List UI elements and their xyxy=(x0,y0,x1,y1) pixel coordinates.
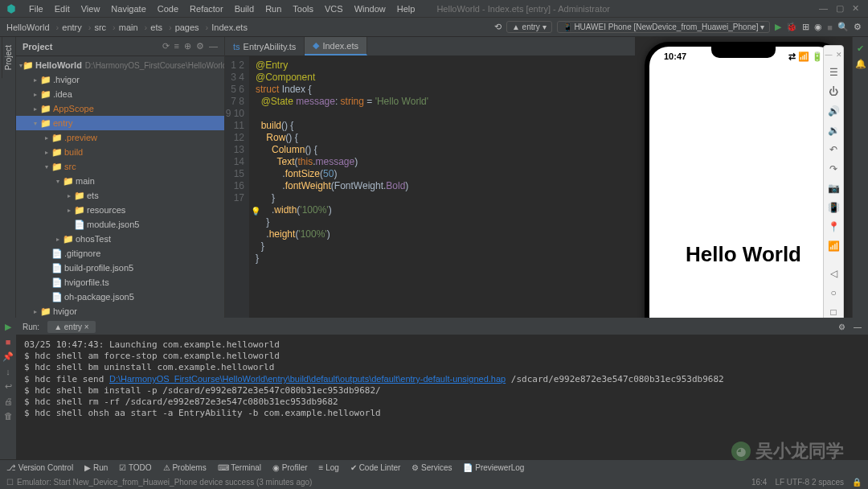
window-minimize[interactable]: — xyxy=(819,3,828,14)
btm-profiler[interactable]: ◉ Profiler xyxy=(272,463,307,472)
run-settings-icon[interactable]: ⚙ xyxy=(838,323,845,331)
btm-previewer-log[interactable]: 📄 PreviewerLog xyxy=(463,463,524,472)
run-print-icon[interactable]: 🖨 xyxy=(4,397,13,406)
tab-entryability[interactable]: tsEntryAbility.ts xyxy=(225,37,305,55)
tree-item[interactable]: ▾📁src xyxy=(16,159,224,174)
menu-edit[interactable]: Edit xyxy=(49,4,76,14)
crumb-3[interactable]: main xyxy=(119,23,138,32)
btm-terminal[interactable]: ⌨ Terminal xyxy=(218,463,261,472)
run-pin-icon[interactable]: 📌 xyxy=(2,351,14,362)
search-button[interactable]: 🔍 xyxy=(837,22,849,32)
status-lock-icon[interactable]: 🔒 xyxy=(852,478,862,487)
menu-view[interactable]: View xyxy=(76,4,106,14)
debug-button[interactable]: 🐞 xyxy=(786,22,797,32)
tree-item[interactable]: ▾📁entry xyxy=(16,116,224,130)
run-config-tab[interactable]: ▲ entry × xyxy=(47,321,96,333)
emu-network-icon[interactable]: 📶 xyxy=(828,240,840,252)
emu-voldown-icon[interactable]: 🔉 xyxy=(828,125,840,136)
btm-todo[interactable]: ☑ TODO xyxy=(119,463,151,472)
tree-item[interactable]: 📄.gitignore xyxy=(16,246,224,261)
settings-button[interactable]: ⚙ xyxy=(854,22,862,32)
menu-run[interactable]: Run xyxy=(260,4,287,14)
run-rerun-icon[interactable]: ▶ xyxy=(5,322,11,332)
tree-item[interactable]: 📄oh-package.json5 xyxy=(16,290,224,304)
sync-icon[interactable]: ⟲ xyxy=(494,22,502,32)
tree-item[interactable]: 📄module.json5 xyxy=(16,217,224,232)
tree-item[interactable]: ▸📁hvigor xyxy=(16,304,224,318)
menu-build[interactable]: Build xyxy=(229,4,260,14)
intention-bulb-icon[interactable]: 💡 xyxy=(251,207,260,216)
run-wrap-icon[interactable]: ↩ xyxy=(5,381,12,392)
tree-item[interactable]: 📄build-profile.json5 xyxy=(16,261,224,275)
stop-button[interactable]: ■ xyxy=(827,23,833,32)
crumb-5[interactable]: pages xyxy=(175,23,199,32)
menu-window[interactable]: Window xyxy=(349,4,391,14)
rightrail-check-icon[interactable]: ✔ xyxy=(857,43,864,54)
menu-vcs[interactable]: VCS xyxy=(319,4,349,14)
crumb-4[interactable]: ets xyxy=(150,23,162,32)
device-selector[interactable]: 📱 HUAWEI Phone [NewDevice_from_Huawei_Ph… xyxy=(557,21,771,33)
tree-item[interactable]: ▸📁ets xyxy=(16,188,224,203)
emu-shake-icon[interactable]: 📳 xyxy=(828,202,840,213)
project-refresh-icon[interactable]: ⟳ xyxy=(162,41,170,51)
emu-power-icon[interactable]: ⏻ xyxy=(829,86,838,97)
btm-services[interactable]: ⚙ Services xyxy=(411,463,452,472)
leftrail-project-tab[interactable]: Project xyxy=(2,37,14,78)
emu-menu-icon[interactable]: ☰ xyxy=(829,67,838,78)
btm-code-linter[interactable]: ✔ Code Linter xyxy=(350,463,400,472)
tree-item[interactable]: ▸📁ohosTest xyxy=(16,232,224,246)
emu-location-icon[interactable]: 📍 xyxy=(828,221,840,232)
emu-close-icon[interactable]: ✕ xyxy=(836,51,842,59)
btm-version-control[interactable]: ⎇ Version Control xyxy=(6,463,73,472)
status-enc[interactable]: LF UTF-8 2 spaces xyxy=(775,478,844,487)
crumb-2[interactable]: src xyxy=(94,23,106,32)
tree-item[interactable]: ▸📁build xyxy=(16,145,224,159)
tree-root[interactable]: HelloWorld xyxy=(35,60,82,70)
menu-help[interactable]: Help xyxy=(391,4,421,14)
run-config-selector[interactable]: ▲ entry ▾ xyxy=(506,21,552,33)
menu-code[interactable]: Code xyxy=(152,4,184,14)
tree-item[interactable]: ▸📁.hvigor xyxy=(16,72,224,87)
status-pos[interactable]: 16:4 xyxy=(751,478,767,487)
tree-item[interactable]: ▸📁resources xyxy=(16,203,224,217)
btm-run[interactable]: ▶ Run xyxy=(84,463,108,472)
run-down-icon[interactable]: ↓ xyxy=(6,367,10,376)
tree-item[interactable]: ▸📁AppScope xyxy=(16,101,224,116)
btm-log[interactable]: ≡ Log xyxy=(319,463,339,472)
emu-recent-icon[interactable]: □ xyxy=(830,306,836,318)
menu-file[interactable]: File xyxy=(23,4,49,14)
tree-item[interactable]: ▾📁main xyxy=(16,174,224,188)
window-maximize[interactable]: ▢ xyxy=(836,3,844,14)
emu-volup-icon[interactable]: 🔊 xyxy=(828,105,840,117)
emu-back-icon[interactable]: ◁ xyxy=(830,268,837,279)
run-clear-icon[interactable]: 🗑 xyxy=(4,411,13,421)
tree-item[interactable]: ▸📁.idea xyxy=(16,87,224,101)
btm-problems[interactable]: ⚠ Problems xyxy=(163,463,207,472)
tree-item[interactable]: 📄hvigorfile.ts xyxy=(16,275,224,290)
project-hide-icon[interactable]: — xyxy=(209,41,218,51)
crumb-0[interactable]: HelloWorld xyxy=(6,23,50,32)
coverage-button[interactable]: ⊞ xyxy=(802,22,809,32)
rightrail-bell-icon[interactable]: 🔔 xyxy=(855,59,866,69)
menu-tools[interactable]: Tools xyxy=(287,4,319,14)
emu-minimize-icon[interactable]: — xyxy=(825,51,833,59)
menu-navigate[interactable]: Navigate xyxy=(105,4,151,14)
project-select-icon[interactable]: ⊕ xyxy=(184,41,191,51)
emu-rotate-left-icon[interactable]: ↶ xyxy=(829,144,837,155)
tree-item[interactable]: ▸📁.preview xyxy=(16,130,224,145)
app-hello-text: Hello World xyxy=(649,242,837,267)
profile-button[interactable]: ◉ xyxy=(814,22,822,32)
emu-home-icon[interactable]: ○ xyxy=(830,287,836,298)
run-stop-icon[interactable]: ■ xyxy=(6,337,11,347)
project-settings-icon[interactable]: ⚙ xyxy=(196,41,204,51)
run-hide-icon[interactable]: — xyxy=(854,323,862,331)
tab-index[interactable]: ◆Index.ets xyxy=(305,37,367,55)
window-close[interactable]: ✕ xyxy=(852,3,859,14)
crumb-6[interactable]: Index.ets xyxy=(211,23,248,32)
crumb-1[interactable]: entry xyxy=(62,23,81,32)
run-button[interactable]: ▶ xyxy=(775,22,781,32)
emu-screenshot-icon[interactable]: 📷 xyxy=(828,183,840,194)
emu-rotate-right-icon[interactable]: ↷ xyxy=(829,163,837,175)
project-collapse-icon[interactable]: ≡ xyxy=(174,41,179,51)
menu-refactor[interactable]: Refactor xyxy=(184,4,229,14)
